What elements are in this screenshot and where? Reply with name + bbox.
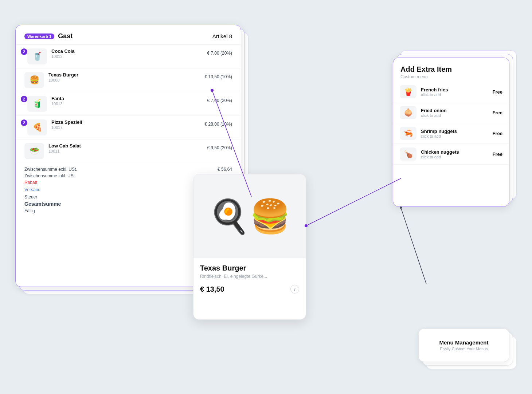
item-info: Fanta 10013 (51, 96, 207, 106)
extra-subtitle: Custom menu (400, 74, 502, 79)
extra-item[interactable]: 🧅 Fried onion click to add Free (393, 102, 509, 123)
cart-item: 🥗 Low Cab Salat 10011 € 9,50 (20%) (16, 139, 241, 163)
cart-item: 2 🧃 Fanta 10013 € 7,00 (20%) (16, 92, 241, 116)
extra-item-action: click to add (421, 92, 493, 97)
item-info: Pizza Speziell 10017 (51, 119, 205, 130)
item-name: Fanta (51, 96, 207, 101)
warenkorb-artikel: Artikel 8 (212, 33, 232, 39)
qty-badge: 2 (21, 48, 27, 55)
extra-item-image: 🍗 (400, 147, 416, 161)
item-name: Low Cab Salat (48, 143, 207, 149)
item-price: € 9,50 (20%) (207, 145, 232, 150)
cart-item: 2 🍕 Pizza Speziell 10017 € 28,00 (13%) (16, 116, 241, 139)
burger-footer: € 13,50 i (193, 285, 306, 299)
burger-price: € 13,50 (200, 285, 224, 293)
item-sku: 10017 (51, 125, 205, 130)
cart-item: 2 🥤 Coca Cola 10012 € 7,00 (20%) (16, 45, 241, 68)
extra-item-action: click to add (421, 134, 493, 138)
item-name: Texas Burger (48, 72, 205, 78)
extra-item[interactable]: 🦐 Shrimp nuggets click to add Free (393, 123, 509, 144)
item-sku: 10013 (51, 102, 207, 106)
item-image: 🥤 (27, 48, 47, 64)
item-sku: 10012 (51, 54, 207, 59)
extra-item-price: Free (493, 131, 502, 136)
item-price: € 7,00 (20%) (207, 98, 232, 103)
item-image: 🧃 (27, 96, 47, 112)
burger-detail-card: 🍳🍔 Texas Burger Rindfleisch, Ei, eingele… (193, 174, 306, 320)
extra-item-card: Add Extra Item Custom menu 🍟 French frie… (393, 58, 509, 207)
item-price: € 13,50 (10%) (205, 74, 232, 79)
warenkorb-title-area: Warenkorb 1 Gast (24, 32, 73, 40)
extra-title: Add Extra Item (400, 65, 502, 74)
extra-item-name: French fries (421, 87, 493, 92)
item-image: 🍔 (24, 72, 44, 88)
warenkorb-badge: Warenkorb 1 (24, 34, 54, 39)
extra-item-image: 🍟 (400, 85, 416, 98)
menu-mgmt-subtitle: Easily Custom Your Menus (439, 347, 488, 351)
extra-header: Add Extra Item Custom menu (393, 58, 509, 82)
warenkorb-title: Gast (58, 32, 73, 40)
extra-item-name: Chicken nuggets (421, 149, 493, 155)
total-row: Zwischensumme exkl. USt.€ 56,64 (24, 167, 232, 172)
svg-line-4 (401, 208, 426, 284)
item-image: 🍕 (27, 119, 47, 135)
item-name: Coca Cola (51, 48, 207, 54)
menu-management-card: Menu Management Easily Custom Your Menus (418, 328, 509, 362)
cart-item: 🍔 Texas Burger 10008 € 13,50 (10%) (16, 68, 241, 92)
cart-items-list: 2 🥤 Coca Cola 10012 € 7,00 (20%) 🍔 Texas… (16, 45, 241, 163)
qty-badge: 2 (21, 119, 27, 126)
qty-badge: 2 (21, 96, 27, 102)
item-sku: 10008 (48, 78, 205, 82)
item-image: 🥗 (24, 143, 44, 159)
extra-item-price: Free (493, 89, 502, 95)
burger-description: Rindfleisch, Ei, eingelegte Gurke... (200, 274, 299, 279)
item-price: € 28,00 (13%) (205, 122, 232, 127)
burger-name: Texas Burger (200, 264, 299, 272)
svg-line-2 (306, 178, 401, 226)
item-price: € 7,00 (20%) (207, 51, 232, 56)
burger-info: Texas Burger Rindfleisch, Ei, eingelegte… (193, 258, 306, 285)
item-info: Texas Burger 10008 (48, 72, 205, 82)
burger-image: 🍳🍔 (193, 174, 306, 258)
extra-items-list: 🍟 French fries click to add Free 🧅 Fried… (393, 82, 509, 165)
warenkorb-header: Warenkorb 1 Gast Artikel 8 (16, 25, 241, 45)
extra-item[interactable]: 🍟 French fries click to add Free (393, 82, 509, 102)
item-name: Pizza Speziell (51, 119, 205, 125)
menu-mgmt-title: Menu Management (439, 339, 488, 346)
extra-item[interactable]: 🍗 Chicken nuggets click to add Free (393, 144, 509, 165)
extra-item-info: Fried onion click to add (421, 108, 493, 118)
extra-item-price: Free (493, 110, 502, 115)
item-sku: 10011 (48, 149, 207, 153)
item-info: Coca Cola 10012 (51, 48, 207, 59)
extra-item-name: Shrimp nuggets (421, 129, 493, 134)
item-info: Low Cab Salat 10011 (48, 143, 207, 153)
extra-item-price: Free (493, 151, 502, 157)
extra-item-action: click to add (421, 155, 493, 159)
extra-item-info: French fries click to add (421, 87, 493, 97)
extra-item-image: 🦐 (400, 127, 416, 140)
info-icon[interactable]: i (290, 285, 299, 293)
menu-mgmt-content: Menu Management Easily Custom Your Menus (439, 339, 488, 351)
extra-item-info: Shrimp nuggets click to add (421, 129, 493, 138)
extra-item-image: 🧅 (400, 106, 416, 119)
extra-item-action: click to add (421, 113, 493, 118)
extra-item-name: Fried onion (421, 108, 493, 113)
extra-item-info: Chicken nuggets click to add (421, 149, 493, 159)
